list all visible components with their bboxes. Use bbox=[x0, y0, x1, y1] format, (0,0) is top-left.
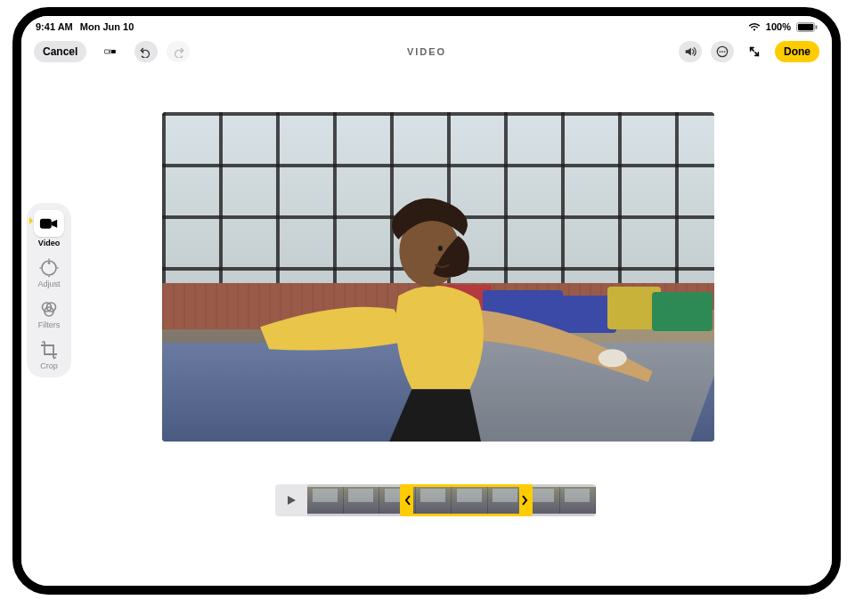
filters-venn-icon bbox=[39, 299, 59, 319]
screen: 9:41 AM Mon Jun 10 100% Cancel VIDEO bbox=[21, 16, 832, 586]
aspect-toggle-button[interactable] bbox=[95, 41, 126, 62]
battery-pct: 100% bbox=[766, 21, 791, 32]
svg-point-22 bbox=[437, 246, 442, 251]
timeline-thumbnail[interactable] bbox=[452, 487, 488, 514]
video-camera-icon bbox=[39, 214, 59, 233]
play-icon bbox=[285, 494, 297, 507]
editor-toolbar: Cancel VIDEO Done bbox=[21, 37, 832, 66]
svg-point-7 bbox=[720, 51, 721, 53]
undo-button[interactable] bbox=[134, 41, 158, 62]
svg-point-20 bbox=[598, 350, 626, 368]
svg-point-9 bbox=[724, 51, 726, 53]
svg-rect-1 bbox=[798, 23, 813, 29]
timeline-track[interactable] bbox=[307, 484, 596, 516]
cancel-button[interactable]: Cancel bbox=[34, 41, 86, 62]
svg-rect-3 bbox=[105, 50, 110, 53]
timeline-thumbnail[interactable] bbox=[560, 487, 597, 514]
svg-rect-2 bbox=[816, 25, 818, 29]
done-button[interactable]: Done bbox=[775, 41, 819, 62]
video-preview[interactable] bbox=[162, 112, 714, 442]
play-pause-button[interactable] bbox=[275, 484, 307, 516]
edit-tools-sidebar: Video Adjust Filters Crop bbox=[27, 203, 71, 377]
caret-active-icon bbox=[29, 217, 33, 224]
tool-video[interactable]: Video bbox=[30, 210, 68, 247]
trim-end-handle[interactable] bbox=[519, 487, 530, 514]
status-date: Mon Jun 10 bbox=[80, 21, 134, 32]
tool-label: Crop bbox=[40, 361, 58, 370]
redo-button[interactable] bbox=[167, 41, 190, 62]
svg-point-8 bbox=[721, 51, 723, 53]
tool-adjust[interactable]: Adjust bbox=[30, 258, 68, 288]
more-options-button[interactable] bbox=[711, 41, 734, 62]
tool-label: Video bbox=[38, 239, 60, 247]
battery-icon bbox=[796, 22, 818, 32]
timeline-thumbnail[interactable] bbox=[416, 487, 452, 514]
volume-button[interactable] bbox=[679, 41, 702, 62]
tool-label: Filters bbox=[38, 320, 61, 329]
adjust-dial-icon bbox=[39, 258, 59, 278]
svg-rect-10 bbox=[40, 219, 52, 229]
svg-rect-5 bbox=[111, 50, 116, 53]
tool-crop[interactable]: Crop bbox=[30, 340, 68, 370]
status-bar: 9:41 AM Mon Jun 10 100% bbox=[21, 16, 832, 36]
wifi-icon bbox=[748, 22, 761, 32]
status-time: 9:41 AM bbox=[36, 21, 73, 32]
timeline-thumbnail[interactable] bbox=[344, 487, 380, 514]
svg-point-12 bbox=[48, 262, 51, 264]
tool-filters[interactable]: Filters bbox=[30, 299, 68, 329]
trim-start-handle[interactable] bbox=[403, 487, 413, 514]
ipad-device-frame: 9:41 AM Mon Jun 10 100% Cancel VIDEO bbox=[12, 7, 841, 595]
crop-rotate-icon bbox=[39, 340, 59, 360]
timeline-thumbnail[interactable] bbox=[307, 487, 344, 514]
tool-label: Adjust bbox=[37, 280, 60, 288]
video-timeline bbox=[275, 483, 596, 517]
person-illustration bbox=[207, 184, 671, 442]
fullscreen-button[interactable] bbox=[743, 41, 766, 62]
